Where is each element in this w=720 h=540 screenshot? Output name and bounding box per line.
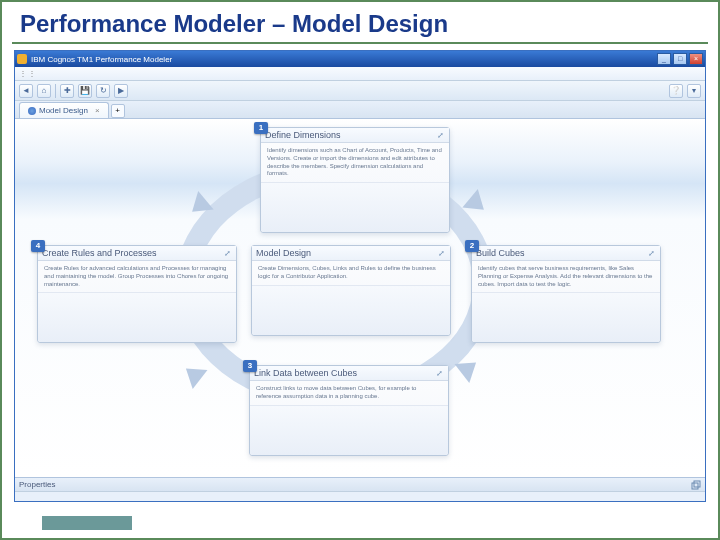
app-icon — [17, 54, 27, 64]
card-build-cubes[interactable]: 2 Build Cubes ⤢ Identify cubes that serv… — [471, 245, 661, 343]
card-body: Identify dimensions such as Chart of Acc… — [261, 143, 449, 182]
properties-bar[interactable]: Properties — [15, 477, 705, 491]
close-button[interactable]: × — [689, 53, 703, 65]
restore-panel-icon[interactable] — [691, 480, 701, 490]
card-body: Create Rules for advanced calculations a… — [38, 261, 236, 292]
card-define-dimensions[interactable]: 1 Define Dimensions ⤢ Identify dimension… — [260, 127, 450, 233]
tab-close-icon[interactable]: × — [95, 103, 100, 118]
toolbar-separator — [55, 84, 56, 98]
card-body: Identify cubes that serve business requi… — [472, 261, 660, 292]
card-model-design-center[interactable]: Model Design ⤢ Create Dimensions, Cubes,… — [251, 245, 451, 336]
maximize-button[interactable]: □ — [673, 53, 687, 65]
title-underline — [12, 42, 708, 44]
card-create-rules[interactable]: 4 Create Rules and Processes ⤢ Create Ru… — [37, 245, 237, 343]
card-title: Define Dimensions — [265, 130, 435, 140]
app-window: IBM Cognos TM1 Performance Modeler _ □ ×… — [14, 50, 706, 502]
card-body: Create Dimensions, Cubes, Links and Rule… — [252, 261, 450, 285]
properties-label: Properties — [19, 480, 55, 489]
tab-label: Model Design — [39, 103, 88, 118]
help-button[interactable]: ❔ — [669, 84, 683, 98]
canvas: 1 Define Dimensions ⤢ Identify dimension… — [15, 119, 705, 477]
card-title: Create Rules and Processes — [42, 248, 222, 258]
window-title: IBM Cognos TM1 Performance Modeler — [31, 55, 657, 64]
expand-icon[interactable]: ⤢ — [434, 369, 444, 377]
svg-rect-0 — [692, 483, 698, 489]
expand-icon[interactable]: ⤢ — [222, 249, 232, 257]
help-dropdown-button[interactable]: ▾ — [687, 84, 701, 98]
new-tab-button[interactable]: + — [111, 104, 125, 118]
back-button[interactable]: ◄ — [19, 84, 33, 98]
arrow-icon — [179, 359, 208, 389]
arrow-icon — [462, 189, 491, 219]
run-button[interactable]: ▶ — [114, 84, 128, 98]
minimize-button[interactable]: _ — [657, 53, 671, 65]
refresh-button[interactable]: ↻ — [96, 84, 110, 98]
step-badge: 3 — [243, 360, 257, 372]
card-content-area — [252, 285, 450, 335]
step-badge: 4 — [31, 240, 45, 252]
card-title: Link Data between Cubes — [254, 368, 434, 378]
step-badge: 2 — [465, 240, 479, 252]
card-content-area — [250, 405, 448, 455]
title-bar: IBM Cognos TM1 Performance Modeler _ □ × — [15, 51, 705, 67]
svg-rect-1 — [694, 481, 700, 487]
card-link-data[interactable]: 3 Link Data between Cubes ⤢ Construct li… — [249, 365, 449, 456]
menu-bar: ⋮⋮ — [15, 67, 705, 81]
expand-icon[interactable]: ⤢ — [646, 249, 656, 257]
toolbar: ◄ ⌂ ✚ 💾 ↻ ▶ ❔ ▾ — [15, 81, 705, 101]
card-content-area — [261, 182, 449, 232]
slide-accent — [42, 516, 132, 530]
card-content-area — [38, 292, 236, 342]
menu-grip-icon: ⋮⋮ — [19, 69, 37, 78]
status-bar — [15, 491, 705, 501]
home-button[interactable]: ⌂ — [37, 84, 51, 98]
card-body: Construct links to move data between Cub… — [250, 381, 448, 405]
save-button[interactable]: 💾 — [78, 84, 92, 98]
expand-icon[interactable]: ⤢ — [435, 131, 445, 139]
arrow-icon — [455, 353, 484, 383]
card-title: Build Cubes — [476, 248, 646, 258]
new-button[interactable]: ✚ — [60, 84, 74, 98]
tab-icon — [28, 107, 36, 115]
tab-model-design[interactable]: Model Design × — [19, 102, 109, 118]
tab-strip: Model Design × + — [15, 101, 705, 119]
card-title: Model Design — [256, 248, 436, 258]
expand-icon[interactable]: ⤢ — [436, 249, 446, 257]
step-badge: 1 — [254, 122, 268, 134]
arrow-icon — [184, 191, 213, 221]
slide-title: Performance Modeler – Model Design — [2, 2, 718, 42]
card-content-area — [472, 292, 660, 342]
